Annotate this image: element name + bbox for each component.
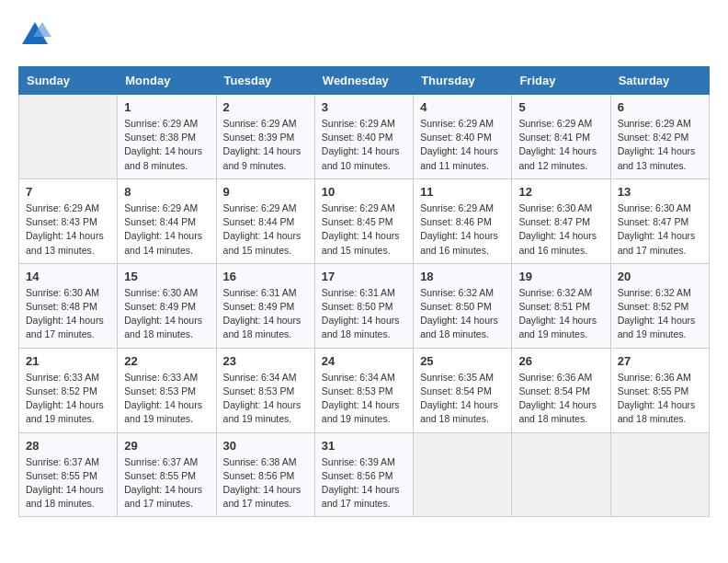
day-number: 24: [322, 354, 406, 368]
weekday-header-wednesday: Wednesday: [314, 67, 413, 95]
day-cell: 25Sunrise: 6:35 AM Sunset: 8:54 PM Dayli…: [414, 348, 512, 432]
day-info: Sunrise: 6:29 AM Sunset: 8:43 PM Dayligh…: [26, 201, 110, 258]
day-number: 1: [124, 100, 209, 114]
weekday-header-tuesday: Tuesday: [216, 67, 314, 95]
day-number: 8: [124, 185, 209, 199]
day-number: 29: [124, 439, 209, 453]
day-cell: [19, 95, 118, 179]
day-cell: 21Sunrise: 6:33 AM Sunset: 8:52 PM Dayli…: [19, 348, 118, 432]
day-info: Sunrise: 6:31 AM Sunset: 8:50 PM Dayligh…: [322, 286, 406, 342]
logo: [18, 18, 57, 52]
day-cell: 26Sunrise: 6:36 AM Sunset: 8:54 PM Dayli…: [512, 348, 610, 432]
day-cell: 10Sunrise: 6:29 AM Sunset: 8:45 PM Dayli…: [314, 178, 413, 263]
day-info: Sunrise: 6:35 AM Sunset: 8:54 PM Dayligh…: [420, 371, 505, 427]
day-cell: 9Sunrise: 6:29 AM Sunset: 8:44 PM Daylig…: [216, 178, 314, 263]
day-number: 7: [26, 185, 110, 199]
week-row-2: 7Sunrise: 6:29 AM Sunset: 8:43 PM Daylig…: [19, 178, 710, 263]
day-cell: 18Sunrise: 6:32 AM Sunset: 8:50 PM Dayli…: [414, 263, 512, 348]
day-number: 10: [322, 185, 406, 199]
day-info: Sunrise: 6:29 AM Sunset: 8:46 PM Dayligh…: [420, 201, 505, 258]
day-info: Sunrise: 6:38 AM Sunset: 8:56 PM Dayligh…: [223, 455, 308, 511]
day-cell: 27Sunrise: 6:36 AM Sunset: 8:55 PM Dayli…: [610, 348, 709, 432]
day-number: 30: [223, 439, 308, 453]
day-info: Sunrise: 6:29 AM Sunset: 8:40 PM Dayligh…: [420, 117, 505, 173]
weekday-header-monday: Monday: [118, 67, 216, 95]
day-info: Sunrise: 6:29 AM Sunset: 8:42 PM Dayligh…: [618, 117, 702, 173]
day-info: Sunrise: 6:33 AM Sunset: 8:52 PM Dayligh…: [26, 371, 110, 427]
day-info: Sunrise: 6:32 AM Sunset: 8:52 PM Dayligh…: [618, 286, 702, 342]
day-number: 4: [420, 100, 505, 114]
day-info: Sunrise: 6:30 AM Sunset: 8:48 PM Dayligh…: [26, 286, 110, 342]
day-cell: 23Sunrise: 6:34 AM Sunset: 8:53 PM Dayli…: [216, 348, 314, 432]
calendar-table: SundayMondayTuesdayWednesdayThursdayFrid…: [18, 66, 710, 517]
day-info: Sunrise: 6:30 AM Sunset: 8:47 PM Dayligh…: [518, 201, 603, 258]
day-cell: 29Sunrise: 6:37 AM Sunset: 8:55 PM Dayli…: [118, 432, 216, 517]
day-number: 25: [420, 354, 505, 368]
day-number: 13: [618, 185, 702, 199]
day-cell: 11Sunrise: 6:29 AM Sunset: 8:46 PM Dayli…: [414, 178, 512, 263]
day-cell: [512, 432, 610, 517]
day-number: 17: [322, 270, 406, 283]
day-info: Sunrise: 6:30 AM Sunset: 8:49 PM Dayligh…: [124, 286, 209, 342]
day-number: 22: [124, 354, 209, 368]
day-number: 27: [618, 354, 702, 368]
day-cell: 5Sunrise: 6:29 AM Sunset: 8:41 PM Daylig…: [512, 95, 610, 179]
day-info: Sunrise: 6:34 AM Sunset: 8:53 PM Dayligh…: [322, 371, 406, 427]
day-number: 31: [322, 439, 406, 453]
day-number: 23: [223, 354, 308, 368]
day-number: 20: [618, 270, 702, 283]
day-number: 3: [322, 100, 406, 114]
day-info: Sunrise: 6:36 AM Sunset: 8:54 PM Dayligh…: [518, 371, 603, 427]
day-cell: 8Sunrise: 6:29 AM Sunset: 8:44 PM Daylig…: [118, 178, 216, 263]
day-cell: 15Sunrise: 6:30 AM Sunset: 8:49 PM Dayli…: [118, 263, 216, 348]
day-cell: 20Sunrise: 6:32 AM Sunset: 8:52 PM Dayli…: [610, 263, 709, 348]
day-info: Sunrise: 6:37 AM Sunset: 8:55 PM Dayligh…: [26, 455, 110, 511]
day-number: 19: [518, 270, 603, 283]
day-number: 21: [26, 354, 110, 368]
day-info: Sunrise: 6:29 AM Sunset: 8:44 PM Dayligh…: [124, 201, 209, 258]
day-info: Sunrise: 6:34 AM Sunset: 8:53 PM Dayligh…: [223, 371, 308, 427]
day-cell: 4Sunrise: 6:29 AM Sunset: 8:40 PM Daylig…: [414, 95, 512, 179]
weekday-header-saturday: Saturday: [610, 67, 709, 95]
day-info: Sunrise: 6:32 AM Sunset: 8:50 PM Dayligh…: [420, 286, 505, 342]
day-info: Sunrise: 6:29 AM Sunset: 8:38 PM Dayligh…: [124, 117, 209, 173]
day-cell: 22Sunrise: 6:33 AM Sunset: 8:53 PM Dayli…: [118, 348, 216, 432]
day-cell: 2Sunrise: 6:29 AM Sunset: 8:39 PM Daylig…: [216, 95, 314, 179]
day-number: 26: [518, 354, 603, 368]
weekday-header-thursday: Thursday: [414, 67, 512, 95]
day-cell: 13Sunrise: 6:30 AM Sunset: 8:47 PM Dayli…: [610, 178, 709, 263]
day-number: 18: [420, 270, 505, 283]
weekday-header-sunday: Sunday: [19, 67, 118, 95]
day-info: Sunrise: 6:29 AM Sunset: 8:40 PM Dayligh…: [322, 117, 406, 173]
day-number: 6: [618, 100, 702, 114]
week-row-5: 28Sunrise: 6:37 AM Sunset: 8:55 PM Dayli…: [19, 432, 710, 517]
day-info: Sunrise: 6:29 AM Sunset: 8:44 PM Dayligh…: [223, 201, 308, 258]
day-cell: [610, 432, 709, 517]
weekday-header-row: SundayMondayTuesdayWednesdayThursdayFrid…: [19, 67, 710, 95]
week-row-1: 1Sunrise: 6:29 AM Sunset: 8:38 PM Daylig…: [19, 95, 710, 179]
day-info: Sunrise: 6:32 AM Sunset: 8:51 PM Dayligh…: [518, 286, 603, 342]
day-info: Sunrise: 6:29 AM Sunset: 8:39 PM Dayligh…: [223, 117, 308, 173]
day-cell: 7Sunrise: 6:29 AM Sunset: 8:43 PM Daylig…: [19, 178, 118, 263]
day-cell: 14Sunrise: 6:30 AM Sunset: 8:48 PM Dayli…: [19, 263, 118, 348]
day-info: Sunrise: 6:29 AM Sunset: 8:41 PM Dayligh…: [518, 117, 603, 173]
day-cell: 6Sunrise: 6:29 AM Sunset: 8:42 PM Daylig…: [610, 95, 709, 179]
day-cell: 17Sunrise: 6:31 AM Sunset: 8:50 PM Dayli…: [314, 263, 413, 348]
logo-icon: [18, 18, 51, 52]
weekday-header-friday: Friday: [512, 67, 610, 95]
day-number: 16: [223, 270, 308, 283]
day-cell: 1Sunrise: 6:29 AM Sunset: 8:38 PM Daylig…: [118, 95, 216, 179]
day-number: 12: [518, 185, 603, 199]
day-cell: 12Sunrise: 6:30 AM Sunset: 8:47 PM Dayli…: [512, 178, 610, 263]
day-cell: 30Sunrise: 6:38 AM Sunset: 8:56 PM Dayli…: [216, 432, 314, 517]
day-number: 14: [26, 270, 110, 283]
day-number: 2: [223, 100, 308, 114]
day-cell: [414, 432, 512, 517]
day-number: 9: [223, 185, 308, 199]
day-cell: 16Sunrise: 6:31 AM Sunset: 8:49 PM Dayli…: [216, 263, 314, 348]
day-info: Sunrise: 6:39 AM Sunset: 8:56 PM Dayligh…: [322, 455, 406, 511]
day-cell: 28Sunrise: 6:37 AM Sunset: 8:55 PM Dayli…: [19, 432, 118, 517]
day-number: 28: [26, 439, 110, 453]
day-number: 11: [420, 185, 505, 199]
day-number: 5: [518, 100, 603, 114]
